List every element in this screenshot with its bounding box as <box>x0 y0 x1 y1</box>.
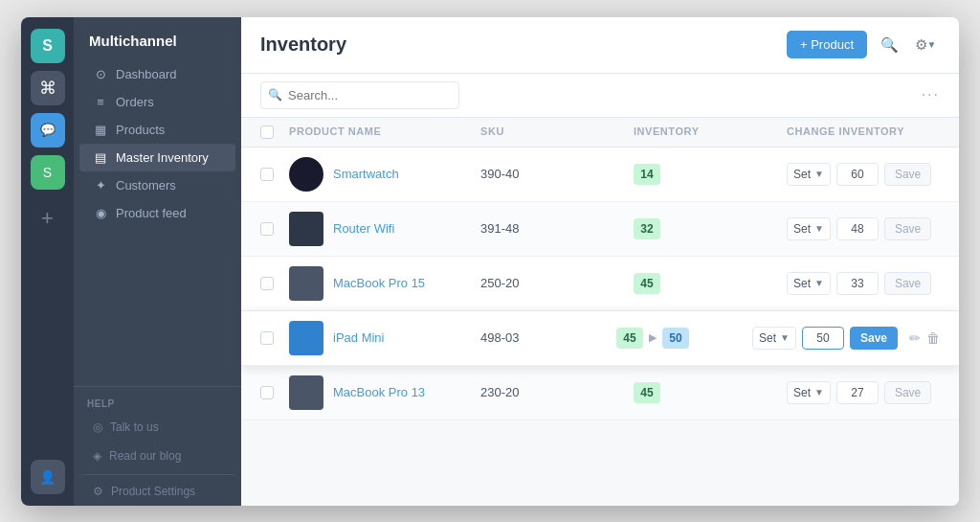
chevron-down-icon: ▼ <box>780 332 790 343</box>
table-row: Router Wifi 391-48 32 Set ▼ Save <box>241 202 959 257</box>
talk-label: Talk to us <box>110 420 159 434</box>
product-link[interactable]: iPad Mini <box>333 330 384 345</box>
product-thumbnail <box>289 375 323 410</box>
product-thumbnail <box>289 157 323 192</box>
row-select-checkbox[interactable] <box>260 386 274 399</box>
chevron-down-icon: ▼ <box>814 169 824 179</box>
row-actions: ✏ 🗑 <box>909 330 940 346</box>
sidebar-item-orders[interactable]: ≡ Orders <box>79 88 235 116</box>
sidebar-item-label: Master Inventory <box>116 150 209 165</box>
header-actions: + Product 🔍 ⚙ ▼ <box>787 31 940 59</box>
row-select-checkbox[interactable] <box>260 331 274 345</box>
edit-button[interactable]: ✏ <box>909 330 921 346</box>
save-button-primary[interactable]: Save <box>850 327 898 350</box>
table-header: PRODUCT NAME SKU INVENTORY CHANGE INVENT… <box>241 118 959 148</box>
sku-cell: 391-48 <box>480 221 634 236</box>
sidebar-item-label: Products <box>116 123 165 137</box>
sidebar-item-dashboard[interactable]: ⊙ Dashboard <box>79 60 235 88</box>
talk-icon: ◎ <box>93 420 102 434</box>
product-settings-item[interactable]: ⚙ Product Settings <box>79 474 235 506</box>
search-wrap: 🔍 <box>260 81 914 109</box>
orders-icon: ≡ <box>93 95 108 109</box>
product-link[interactable]: Smartwatch <box>333 167 399 181</box>
set-select[interactable]: Set ▼ <box>752 327 796 350</box>
icon-rail: S ⌘ 💬 S + 👤 <box>21 17 74 506</box>
chevron-down-icon: ▼ <box>814 223 824 234</box>
table-row-active: iPad Mini 498-03 45 ▶ 50 Set ▼ Save <box>241 311 959 366</box>
command-icon[interactable]: ⌘ <box>31 71 65 105</box>
sku-cell: 390-40 <box>480 167 634 181</box>
chat-icon[interactable]: 💬 <box>31 113 65 148</box>
delete-button[interactable]: 🗑 <box>926 330 940 346</box>
products-icon: ▦ <box>93 123 108 137</box>
sidebar-item-customers[interactable]: ✦ Customers <box>79 171 235 199</box>
page-title: Inventory <box>260 34 346 56</box>
save-button[interactable]: Save <box>884 163 931 186</box>
toolbar-menu-button[interactable]: ··· <box>922 86 940 103</box>
blog-label: Read our blog <box>109 449 181 463</box>
chevron-down-icon: ▼ <box>814 387 824 397</box>
settings-button[interactable]: ⚙ ▼ <box>911 31 940 59</box>
brand-icon[interactable]: S <box>31 29 65 63</box>
col-change-inventory: CHANGE INVENTORY <box>787 125 940 139</box>
inventory-cell: 14 <box>634 164 787 185</box>
product-name-cell: Smartwatch <box>289 157 480 192</box>
product-name-cell: iPad Mini <box>289 321 480 355</box>
row-checkbox <box>260 168 289 181</box>
save-button[interactable]: Save <box>884 381 931 404</box>
product-link[interactable]: MacBook Pro 13 <box>333 385 425 399</box>
sidebar-item-talk-to-us[interactable]: ◎ Talk to us <box>79 413 235 442</box>
row-select-checkbox[interactable] <box>260 222 274 236</box>
qty-input[interactable] <box>802 327 844 350</box>
select-all-checkbox[interactable] <box>260 125 274 139</box>
sidebar: Multichannel ⊙ Dashboard ≡ Orders ▦ Prod… <box>74 17 241 506</box>
change-inventory-cell: Set ▼ Save ✏ 🗑 <box>752 327 940 350</box>
save-button[interactable]: Save <box>884 217 931 240</box>
row-checkbox <box>260 277 289 290</box>
sku-cell: 498-03 <box>480 330 616 345</box>
add-product-button[interactable]: + Product <box>787 31 867 58</box>
sidebar-item-blog[interactable]: ◈ Read our blog <box>79 442 235 470</box>
table-row: Smartwatch 390-40 14 Set ▼ Save <box>241 148 959 202</box>
sidebar-title: Multichannel <box>74 17 241 60</box>
qty-input[interactable] <box>836 217 879 240</box>
row-checkbox <box>260 386 289 399</box>
qty-input[interactable] <box>836 163 879 186</box>
product-name-cell: MacBook Pro 15 <box>289 266 480 301</box>
product-link[interactable]: MacBook Pro 15 <box>333 276 425 290</box>
avatar-icon[interactable]: 👤 <box>31 460 65 494</box>
chevron-down-icon: ▼ <box>814 278 824 288</box>
set-select[interactable]: Set ▼ <box>787 272 831 295</box>
toolbar: 🔍 ··· <box>241 74 959 118</box>
set-select[interactable]: Set ▼ <box>787 163 831 186</box>
change-inventory-cell: Set ▼ Save <box>787 272 940 295</box>
sidebar-footer: HELP ◎ Talk to us ◈ Read our blog ⚙ Prod… <box>74 386 241 506</box>
qty-input[interactable] <box>836 272 879 295</box>
sidebar-item-products[interactable]: ▦ Products <box>79 116 235 144</box>
inventory-badge: 45 <box>634 382 660 403</box>
add-icon[interactable]: + <box>31 201 65 236</box>
blog-icon: ◈ <box>93 449 101 463</box>
settings-label: Product Settings <box>111 485 195 498</box>
save-button[interactable]: Save <box>884 272 931 295</box>
search-button[interactable]: 🔍 <box>875 31 903 59</box>
row-select-checkbox[interactable] <box>260 168 274 181</box>
qty-input[interactable] <box>836 381 879 404</box>
set-select[interactable]: Set ▼ <box>787 381 831 404</box>
change-inventory-cell: Set ▼ Save <box>787 163 940 186</box>
change-inventory-cell: Set ▼ Save <box>787 217 940 240</box>
set-select[interactable]: Set ▼ <box>787 217 831 240</box>
user-icon[interactable]: S <box>31 155 65 190</box>
sidebar-item-master-inventory[interactable]: ▤ Master Inventory <box>79 144 235 171</box>
inventory-badge: 14 <box>634 164 660 185</box>
product-name-cell: MacBook Pro 13 <box>289 375 480 410</box>
product-link[interactable]: Router Wifi <box>333 221 394 236</box>
inventory-icon: ▤ <box>93 150 108 165</box>
main-header: Inventory + Product 🔍 ⚙ ▼ <box>241 17 959 74</box>
sidebar-item-product-feed[interactable]: ◉ Product feed <box>79 199 235 227</box>
row-select-checkbox[interactable] <box>260 277 274 290</box>
search-input[interactable] <box>260 81 459 109</box>
dashboard-icon: ⊙ <box>93 67 108 81</box>
table-container: PRODUCT NAME SKU INVENTORY CHANGE INVENT… <box>241 118 959 506</box>
main-content: Inventory + Product 🔍 ⚙ ▼ 🔍 ··· PRODUCT <box>241 17 959 506</box>
